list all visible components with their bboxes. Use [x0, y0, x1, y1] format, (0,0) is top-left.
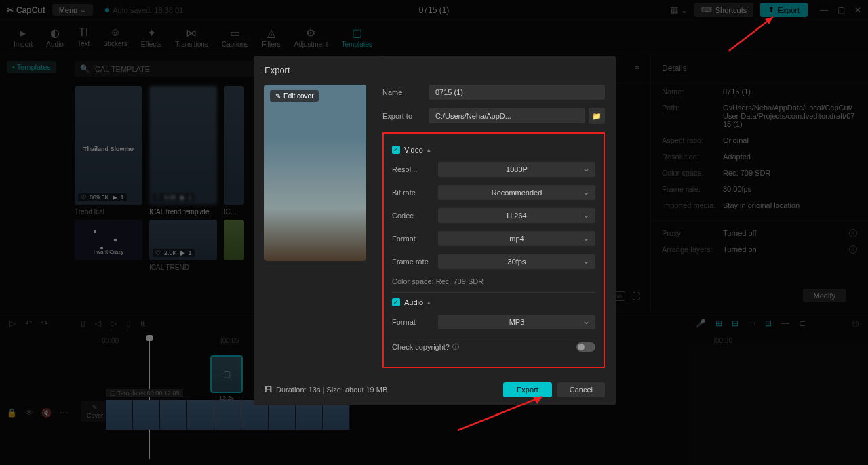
colorspace-text: Color space: Rec. 709 SDR — [392, 277, 595, 285]
video-section-label: Video — [404, 146, 423, 154]
resolution-select[interactable]: 1080P — [438, 162, 595, 177]
format-select[interactable]: mp4 — [438, 231, 595, 246]
edit-cover-button[interactable]: ✎Edit cover — [270, 90, 319, 102]
cancel-button[interactable]: Cancel — [557, 382, 605, 397]
codec-select[interactable]: H.264 — [438, 208, 595, 223]
exportto-label: Export to — [382, 112, 429, 120]
name-input[interactable]: 0715 (1) — [429, 85, 605, 100]
copyright-toggle[interactable] — [576, 342, 595, 352]
export-modal: Export ✎Edit cover Name 0715 (1) Export … — [254, 56, 616, 405]
film-icon: 🎞 — [264, 386, 272, 394]
bitrate-select[interactable]: Recommended — [438, 185, 595, 200]
video-checkbox[interactable]: ✓ — [392, 146, 400, 154]
folder-icon: 📁 — [592, 112, 601, 121]
exportto-input[interactable]: C:/Users/Neha/AppD... — [429, 108, 585, 123]
export-button[interactable]: Export — [503, 382, 552, 397]
audio-format-select[interactable]: MP3 — [438, 315, 595, 329]
audio-checkbox[interactable]: ✓ — [392, 298, 400, 306]
export-info: 🎞Duration: 13s | Size: about 19 MB — [264, 386, 387, 394]
copyright-label: Check copyright? — [392, 343, 450, 351]
cover-preview: ✎Edit cover — [264, 85, 366, 261]
name-label: Name — [382, 88, 429, 96]
folder-button[interactable]: 📁 — [589, 108, 605, 124]
highlighted-section: ✓ Video ▴ Resol...1080P Bit rateRecommen… — [382, 132, 605, 368]
chevron-up-icon[interactable]: ▴ — [427, 299, 431, 306]
modal-title: Export — [254, 56, 616, 85]
audio-section-label: Audio — [404, 298, 423, 306]
framerate-select[interactable]: 30fps — [438, 254, 595, 269]
pencil-icon: ✎ — [275, 92, 281, 100]
chevron-up-icon[interactable]: ▴ — [427, 146, 431, 153]
help-icon[interactable]: ⓘ — [452, 342, 459, 352]
